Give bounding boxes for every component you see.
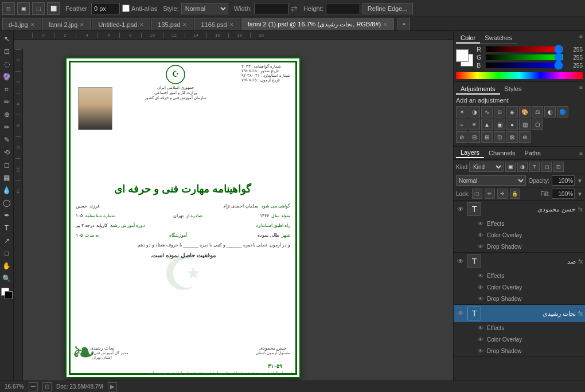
tabs-overflow-button[interactable]: » [397,18,410,30]
text-tool[interactable]: T [1,222,13,234]
tab-d1jpg[interactable]: d-1.jpg ✕ [2,18,41,30]
tab-channels[interactable]: Channels [484,148,520,158]
effect-eye-icon[interactable]: 👁 [477,272,485,280]
lock-pixels-icon[interactable]: ✏ [485,189,495,199]
layer-eye-hassan[interactable]: 👁 [456,205,465,214]
layer-eye-nejat[interactable]: 👁 [456,309,465,318]
dodge-tool[interactable]: ◯ [1,197,13,209]
effect-eye-icon[interactable]: 👁 [477,335,485,343]
history-tool[interactable]: ⟲ [1,147,13,158]
layer-list[interactable]: 👁 T حسن محمودی fx 👁 Effects 👁 Color Over… [454,201,585,381]
effect-eye-icon[interactable]: 👁 [477,219,485,228]
adj-icon-extra1[interactable]: ⊟ [469,131,480,143]
canvas-scroll[interactable]: 0 2 4 6 8 10 14 شماره گواهینامه : ۲۰۳۳ ت… [14,40,453,381]
tab-1166psd[interactable]: 1166.psd ✕ [194,18,240,30]
vibrance-adj-icon[interactable]: ◈ [506,106,518,117]
effect-eye-icon[interactable]: 👁 [477,242,485,250]
fg-swatch[interactable] [456,49,469,62]
eraser-tool[interactable]: ◻ [1,159,13,171]
invert-adj-icon[interactable]: ⊘ [456,131,467,143]
tab-close-icon[interactable]: ✕ [383,22,388,28]
marquee-tool[interactable]: ⊡ [1,46,13,57]
adj-icon-extra3[interactable]: ⊡ [494,131,505,143]
adj-icon-extra5[interactable]: ⊛ [519,131,531,143]
grid-toggle[interactable]: ⊡ [42,382,52,391]
layer-row-hassan[interactable]: 👁 T حسن محمودی fx [454,201,585,218]
status-arrow-icon[interactable]: ▶ [108,382,117,391]
levels-adj-icon[interactable]: ≡ [469,119,480,130]
tool-option2[interactable]: ⬚ [32,2,45,15]
tab-fanni2jpg[interactable]: fanni 2.jpg ✕ [42,18,91,30]
curves-adj-icon[interactable]: ∿ [481,106,493,117]
channel-mixer-adj-icon[interactable]: ≈ [456,119,467,130]
lock-position-icon[interactable]: ✛ [497,189,508,199]
layer-fx-hassan[interactable]: fx [578,206,583,213]
tab-close-icon[interactable]: ✕ [30,22,35,28]
zoom-indicator[interactable] [29,382,38,391]
color-balance-adj-icon[interactable]: ⚖ [532,106,543,117]
tab-layers[interactable]: Layers [456,148,484,158]
shape-tool[interactable]: □ [1,248,13,259]
move-tool[interactable]: ↖ [1,33,13,45]
tool-option1[interactable]: ▣ [17,2,30,15]
opacity-input[interactable] [552,175,575,186]
contrast-adj-icon[interactable]: ◑ [469,106,480,117]
color-panel-options-icon[interactable]: ≡ [579,33,583,44]
selective-color-adj-icon[interactable]: ● [506,119,518,130]
lookup-adj-icon[interactable]: ⬡ [532,119,543,130]
pen-tool[interactable]: ✒ [1,210,13,221]
height-input[interactable] [326,3,360,14]
layer-fx-sad[interactable]: fx [578,258,583,265]
document-canvas[interactable]: شماره گواهینامه : ۲۰۳۳ تاریخ صدور : ۷۹/۰… [65,57,301,378]
brightness-adj-icon[interactable]: ☀ [456,106,467,117]
tab-color[interactable]: Color [456,33,480,44]
hand-tool[interactable]: ✋ [1,260,13,272]
g-slider[interactable] [486,54,563,60]
brush-tool[interactable]: ✏ [1,121,13,133]
layers-kind-select[interactable]: Kind [469,162,504,172]
marquee-tool-icon[interactable]: ⊡ [2,2,15,15]
adj-icon-extra2[interactable]: ⊞ [481,131,493,143]
refine-edge-button[interactable]: Refine Edge... [362,3,413,14]
tab-paths[interactable]: Paths [520,148,545,158]
blend-mode-select[interactable]: Normal [456,175,526,186]
layers-filter-shape-icon[interactable]: ◻ [541,162,552,172]
healing-tool[interactable]: ⊕ [1,109,13,120]
adj-icon-extra4[interactable]: ⊠ [506,131,518,143]
fg-bg-swatches[interactable] [456,49,474,66]
tab-close-icon[interactable]: ✕ [182,22,187,28]
posterize-adj-icon[interactable]: ▣ [494,119,505,130]
path-select-tool[interactable]: ↗ [1,235,13,246]
exposure-adj-icon[interactable]: ⊙ [494,106,505,117]
tab-fanni2-1psd[interactable]: fanni 2 (1).psd @ 16.7% (نجات رشیدی, RGB… [241,18,394,30]
layers-filter-pixel-icon[interactable]: ▣ [505,162,516,172]
crop-tool[interactable]: ⌗ [1,84,13,95]
style-select[interactable]: Normal Fixed Ratio Fixed Size [181,3,228,14]
layer-row-sad[interactable]: 👁 T صد fx [454,253,585,270]
tab-close-icon[interactable]: ✕ [80,22,84,28]
fill-expand-icon[interactable]: ▼ [577,191,583,197]
b-slider[interactable] [486,62,563,68]
tab-close-icon[interactable]: ✕ [229,22,234,28]
effect-eye-icon[interactable]: 👁 [477,347,485,355]
fg-bg-color-swatch[interactable] [1,288,13,299]
layer-fx-nejat[interactable]: fx [578,311,583,317]
tab-untitled1psd[interactable]: Untitled-1.psd ✕ [92,18,150,30]
effect-eye-icon[interactable]: 👁 [477,295,485,303]
quick-select-tool[interactable]: 🔮 [1,71,13,83]
lock-transparent-icon[interactable]: ⬚ [472,189,482,199]
layers-filter-smart-icon[interactable]: ⊡ [553,162,564,172]
layer-eye-sad[interactable]: 👁 [456,257,465,266]
threshold-adj-icon[interactable]: ▲ [481,119,493,130]
r-slider[interactable] [486,46,563,52]
effect-eye-icon[interactable]: 👁 [477,283,485,291]
opacity-expand-icon[interactable]: ▼ [577,178,583,184]
layers-panel-options-icon[interactable]: ≡ [579,150,583,156]
tab-swatches[interactable]: Swatches [480,33,517,44]
lasso-tool[interactable]: ◌ [1,58,13,70]
width-input[interactable] [254,3,288,14]
tab-styles[interactable]: Styles [500,84,526,95]
eyedropper-tool[interactable]: ✏ [1,96,13,108]
tab-adjustments[interactable]: Adjustments [456,84,500,95]
hsl-adj-icon[interactable]: 🎨 [519,106,531,117]
